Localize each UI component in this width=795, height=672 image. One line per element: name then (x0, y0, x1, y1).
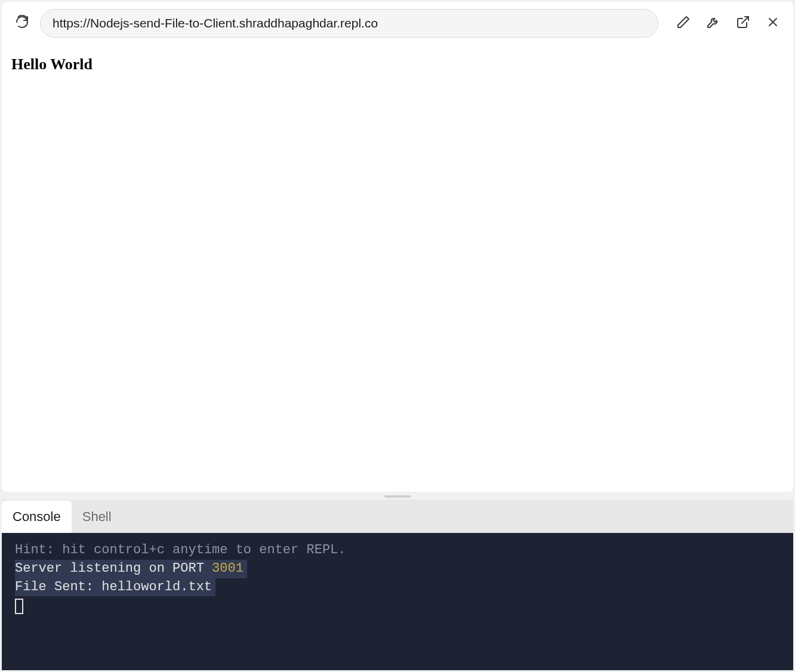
console-text: File Sent: helloworld.txt (15, 578, 215, 597)
devtools-button[interactable] (704, 14, 723, 33)
external-link-icon (736, 15, 750, 32)
tab-shell[interactable]: Shell (72, 501, 122, 533)
page-heading: Hello World (11, 56, 784, 73)
page-content: Hello World (2, 45, 793, 492)
open-external-button[interactable] (734, 14, 753, 33)
wrench-icon (706, 15, 720, 32)
console-line: Server listening on PORT 3001 (15, 560, 780, 578)
refresh-button[interactable] (13, 14, 32, 33)
toolbar-actions (674, 14, 782, 33)
grip-icon (384, 495, 411, 498)
close-icon (766, 15, 780, 32)
pane-resize-handle[interactable] (0, 494, 795, 500)
cursor-icon (15, 599, 23, 614)
console-line: File Sent: helloworld.txt (15, 578, 780, 597)
pencil-icon (676, 15, 691, 32)
svg-line-0 (742, 17, 748, 23)
terminal-pane: Console Shell Hint: hit control+c anytim… (2, 500, 793, 670)
terminal-tabs: Console Shell (2, 500, 793, 533)
tab-console[interactable]: Console (2, 501, 72, 533)
edit-button[interactable] (674, 14, 693, 33)
console-output[interactable]: Hint: hit control+c anytime to enter REP… (2, 533, 793, 670)
refresh-icon (15, 15, 29, 32)
url-input[interactable] (40, 9, 658, 38)
browser-pane: Hello World (2, 2, 793, 492)
console-hint-line: Hint: hit control+c anytime to enter REP… (15, 541, 780, 560)
browser-toolbar (2, 2, 793, 45)
close-button[interactable] (763, 14, 782, 33)
console-text: Server listening on PORT (15, 561, 212, 576)
console-port: 3001 (212, 561, 244, 576)
